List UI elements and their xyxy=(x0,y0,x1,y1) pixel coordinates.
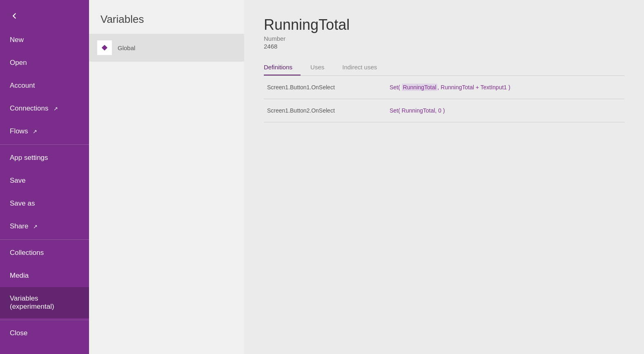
sidebar-item-media[interactable]: Media xyxy=(0,264,89,287)
external-link-icon: ↗ xyxy=(33,128,37,135)
sidebar-item-new[interactable]: New xyxy=(0,29,89,51)
definitions-table: Screen1.Button1.OnSelect Set( RunningTot… xyxy=(264,76,624,122)
definition-row-1: Screen1.Button1.OnSelect Set( RunningTot… xyxy=(264,76,624,99)
sidebar-item-flows[interactable]: Flows ↗ xyxy=(0,120,89,143)
sidebar-item-label: Save xyxy=(10,177,26,185)
sidebar-item-label: Flows xyxy=(10,127,28,135)
sidebar-item-label: New xyxy=(10,36,24,44)
sidebar-item-app-settings[interactable]: App settings xyxy=(0,146,89,169)
sidebar-item-save[interactable]: Save xyxy=(0,169,89,192)
sidebar-item-share[interactable]: Share ↗ xyxy=(0,215,89,238)
sidebar-item-variables[interactable]: Variables (experimental) xyxy=(0,287,89,318)
def-location-2: Screen1.Button2.OnSelect xyxy=(264,99,386,122)
sidebar-item-label: Connections xyxy=(10,104,49,113)
svg-rect-0 xyxy=(102,45,107,51)
detail-variable-name: RunningTotal xyxy=(264,16,624,33)
sidebar-divider xyxy=(0,144,89,145)
detail-variable-type: Number xyxy=(264,35,624,42)
sidebar-item-label: Share xyxy=(10,222,28,230)
sidebar-item-account[interactable]: Account xyxy=(0,74,89,97)
diamond-icon xyxy=(100,44,109,52)
sidebar-item-label: Media xyxy=(10,272,29,280)
detail-tabs: Definitions Uses Indirect uses xyxy=(264,60,624,76)
variables-title: Variables xyxy=(89,0,244,34)
variable-name: Global xyxy=(118,44,135,51)
external-link-icon: ↗ xyxy=(33,223,38,230)
formula-highlight-1: RunningTotal xyxy=(402,84,438,91)
variables-panel: Variables Global xyxy=(89,0,244,354)
external-link-icon: ↗ xyxy=(53,106,58,112)
sidebar-item-label: App settings xyxy=(10,154,48,162)
back-button[interactable] xyxy=(0,0,89,29)
sidebar-item-label: Collections xyxy=(10,249,44,257)
sidebar-divider-2 xyxy=(0,239,89,240)
variable-icon xyxy=(97,40,112,55)
sidebar-item-label: Account xyxy=(10,82,35,90)
tab-definitions[interactable]: Definitions xyxy=(264,60,301,75)
sidebar-item-connections[interactable]: Connections ↗ xyxy=(0,97,89,120)
sidebar-item-collections[interactable]: Collections xyxy=(0,241,89,264)
tab-uses[interactable]: Uses xyxy=(310,60,332,75)
sidebar-item-close[interactable]: Close xyxy=(0,322,89,345)
sidebar-item-save-as[interactable]: Save as xyxy=(0,192,89,215)
def-formula-2: Set( RunningTotal, 0 ) xyxy=(386,99,624,122)
sidebar-item-label: Variables (experimental) xyxy=(10,294,79,311)
detail-variable-value: 2468 xyxy=(264,43,624,50)
formula-pre-2: Set( RunningTotal, 0 ) xyxy=(390,107,445,114)
variable-item-global[interactable]: Global xyxy=(89,34,244,62)
sidebar-item-label: Save as xyxy=(10,199,35,208)
tab-indirect-uses[interactable]: Indirect uses xyxy=(342,60,385,75)
formula-post-1: , RunningTotal + TextInput1 ) xyxy=(437,84,510,91)
sidebar-item-label: Open xyxy=(10,59,27,67)
definition-row-2: Screen1.Button2.OnSelect Set( RunningTot… xyxy=(264,99,624,122)
sidebar: New Open Account Connections ↗ Flows ↗ A… xyxy=(0,0,89,354)
def-location-1: Screen1.Button1.OnSelect xyxy=(264,76,386,99)
sidebar-item-open[interactable]: Open xyxy=(0,51,89,74)
detail-panel: RunningTotal Number 2468 Definitions Use… xyxy=(244,0,644,354)
formula-pre-1: Set( xyxy=(390,84,402,91)
sidebar-divider-3 xyxy=(0,320,89,320)
sidebar-item-label: Close xyxy=(10,329,27,337)
def-formula-1: Set( RunningTotal, RunningTotal + TextIn… xyxy=(386,76,624,99)
